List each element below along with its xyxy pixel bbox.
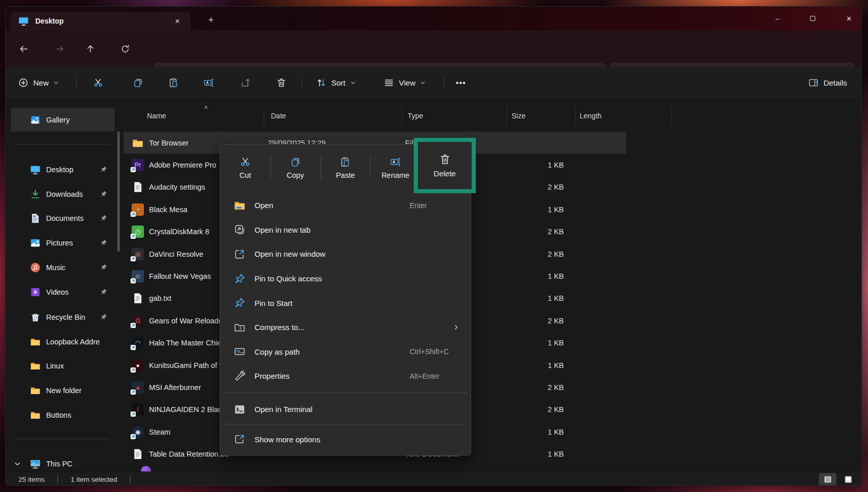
file-name: Table Data Retention.txt	[149, 450, 228, 458]
file-size: 1 KB	[506, 361, 575, 370]
column-divider[interactable]	[671, 107, 672, 125]
menu-item-show-more-options[interactable]: Show more options	[220, 427, 471, 452]
view-button[interactable]: View	[378, 73, 431, 93]
sidebar-item-new-folder[interactable]: New folder	[11, 378, 115, 402]
menu-divider	[223, 424, 468, 424]
folder-icon	[132, 137, 144, 149]
pictures-icon	[30, 237, 41, 249]
new-tab-icon	[234, 223, 246, 236]
sidebar-item-desktop[interactable]: Desktop	[11, 157, 115, 181]
sidebar-item-recycle-bin[interactable]: Recycle Bin	[11, 305, 115, 329]
see-more-button[interactable]: •••	[449, 73, 473, 93]
forward-button[interactable]	[50, 39, 69, 58]
file-explorer-window: Desktop ✕ + – ✕ Desktop Search Desktop N…	[5, 6, 862, 486]
chevron-down-icon[interactable]	[13, 460, 22, 468]
file-size: 2 KB	[506, 250, 575, 258]
column-divider[interactable]	[506, 107, 507, 125]
shortcut-arrow-icon	[131, 434, 136, 439]
menu-item-pin-to-quick-access[interactable]: Pin to Quick access	[220, 266, 471, 291]
videos-icon	[30, 286, 41, 298]
copy-button[interactable]	[126, 73, 149, 93]
menu-item-copy-as-path[interactable]: Copy as pathCtrl+Shift+C	[220, 340, 471, 364]
share-button[interactable]	[234, 73, 257, 93]
pin-icon	[100, 239, 108, 247]
file-size: 1 KB	[506, 428, 575, 436]
column-header-length[interactable]: Length	[580, 106, 602, 126]
sidebar-item-loopback-addre[interactable]: Loopback Addre	[11, 330, 115, 354]
tab-close-icon[interactable]: ✕	[172, 16, 183, 26]
column-header-date[interactable]: Date	[271, 106, 286, 126]
menu-item-properties[interactable]: PropertiesAlt+Enter	[220, 364, 471, 388]
sidebar-item-music[interactable]: Music	[11, 255, 115, 279]
column-header-name[interactable]: Name˄	[147, 106, 166, 126]
file-size: 1 KB	[506, 294, 575, 302]
sidebar-item-documents[interactable]: Documents	[11, 206, 115, 230]
sidebar-item-label: Desktop	[46, 166, 100, 174]
cut-button[interactable]	[87, 73, 109, 93]
delete-highlight-annotation[interactable]: Delete	[414, 138, 476, 193]
back-button[interactable]	[14, 39, 33, 58]
column-divider[interactable]	[575, 107, 576, 125]
copy-command[interactable]: Copy	[270, 145, 321, 191]
details-pane-button[interactable]: Details	[803, 73, 852, 93]
menu-item-shortcut: Ctrl+Shift+C	[410, 347, 449, 356]
details-view-toggle[interactable]	[819, 473, 836, 486]
submenu-chevron-icon	[453, 324, 459, 331]
thumbnail-view-toggle[interactable]	[839, 473, 857, 486]
pin-blue-icon	[234, 273, 246, 285]
menu-item-open-in-new-window[interactable]: Open in new window	[220, 242, 471, 266]
view-label: View	[399, 78, 415, 87]
folder-icon	[30, 360, 41, 372]
sidebar-item-gallery[interactable]: Gallery	[11, 108, 115, 132]
up-button[interactable]	[81, 39, 99, 58]
menu-item-label: Open in new window	[255, 250, 325, 258]
menu-item-label: Open	[255, 201, 273, 210]
menu-item-shortcut: Alt+Enter	[410, 372, 439, 380]
sort-button[interactable]: Sort	[311, 73, 361, 93]
minimize-button[interactable]: –	[766, 11, 789, 26]
sidebar-item-pictures[interactable]: Pictures	[11, 231, 115, 255]
maximize-button[interactable]	[801, 11, 824, 26]
sidebar-item-label: Documents	[46, 214, 100, 222]
rename-command[interactable]: Rename	[370, 145, 420, 191]
column-header-type[interactable]: Type	[408, 106, 423, 126]
column-divider[interactable]	[264, 107, 264, 125]
sidebar-scrollbar[interactable]	[117, 131, 120, 252]
menu-item-label: Open in new tab	[255, 225, 310, 234]
file-name: Adobe Premiere Pro	[149, 161, 216, 169]
paste-command[interactable]: Paste	[321, 145, 371, 191]
menu-item-pin-to-start[interactable]: Pin to Start	[220, 291, 471, 315]
refresh-button[interactable]	[116, 39, 134, 58]
menu-item-label: Pin to Start	[255, 299, 292, 308]
menu-item-compress-to-[interactable]: Compress to...	[220, 315, 471, 340]
column-header-size[interactable]: Size	[512, 106, 525, 126]
shortcut-arrow-icon	[131, 367, 136, 373]
status-separator	[130, 476, 131, 483]
sidebar-item-label: Recycle Bin	[46, 313, 100, 321]
cut-command[interactable]: Cut	[220, 145, 270, 191]
scissors-icon	[93, 77, 103, 88]
sidebar-item-videos[interactable]: Videos	[11, 280, 115, 304]
tab-desktop[interactable]: Desktop ✕	[11, 12, 190, 30]
file-name: gab.txt	[149, 294, 172, 302]
rename-button[interactable]	[197, 73, 220, 93]
file-name: Audacity settings	[149, 183, 205, 191]
sidebar-item-linux[interactable]: Linux	[11, 354, 115, 378]
sidebar-item-downloads[interactable]: Downloads	[11, 182, 115, 206]
sort-label: Sort	[331, 78, 346, 87]
file-name: Tor Browser	[149, 139, 188, 147]
sidebar-item-label: New folder	[46, 386, 115, 395]
file-size: 1 KB	[506, 339, 575, 347]
sidebar-item-buttons[interactable]: Buttons	[11, 403, 115, 427]
menu-item-open-in-new-tab[interactable]: Open in new tab	[220, 218, 471, 242]
menu-item-open-in-terminal[interactable]: Open in Terminal	[220, 397, 471, 422]
folder-icon	[30, 336, 41, 347]
new-button[interactable]: New	[13, 73, 64, 93]
close-button[interactable]: ✕	[837, 11, 861, 26]
column-divider[interactable]	[402, 107, 403, 125]
context-menu-items: OpenEnterOpen in new tabOpen in new wind…	[220, 191, 471, 452]
paste-button[interactable]	[162, 73, 184, 93]
delete-button[interactable]	[270, 73, 292, 93]
new-tab-button[interactable]: +	[205, 15, 217, 26]
menu-item-open[interactable]: OpenEnter	[220, 193, 471, 218]
